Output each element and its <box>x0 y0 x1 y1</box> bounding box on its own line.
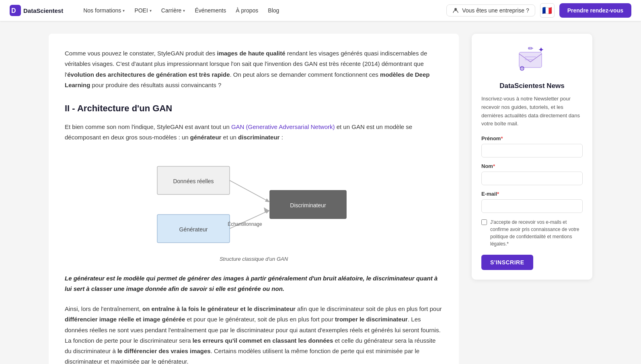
nav-blog[interactable]: Blog <box>264 5 283 16</box>
flag-icon: 🇫🇷 <box>542 6 552 15</box>
nav-poei-label: POEI <box>134 7 148 14</box>
svg-text:D: D <box>11 7 16 14</box>
chevron-down-icon: ▾ <box>150 8 152 13</box>
chevron-down-icon: ▾ <box>183 8 185 13</box>
nav-apropos[interactable]: À propos <box>232 5 262 16</box>
svg-line-9 <box>230 180 269 202</box>
logo-icon: D <box>10 5 21 16</box>
enterprise-button[interactable]: Vous êtes une entreprise ? <box>446 4 535 16</box>
nav-evenements-label: Événements <box>195 7 226 14</box>
nav-carriere[interactable]: Carrière ▾ <box>157 5 189 16</box>
enterprise-label: Vous êtes une entreprise ? <box>462 7 529 14</box>
page-container: Comme vous pouvez le constater, StyleGAN… <box>39 21 602 364</box>
consent-text: J'accepte de recevoir vos e-mails et con… <box>490 219 583 247</box>
subscribe-button[interactable]: S'INSCRIRE <box>481 255 533 270</box>
svg-rect-15 <box>525 59 533 60</box>
svg-text:Générateur: Générateur <box>179 226 208 233</box>
body2-bold1: on entraîne à la fois le générateur et l… <box>142 305 296 312</box>
diagram-svg-wrapper: Données réelles Générateur Discriminateu… <box>149 154 358 252</box>
diagram-caption: Structure classique d'un GAN <box>220 256 288 262</box>
nav-nos-formations-label: Nos formations <box>83 7 121 14</box>
nav-blog-label: Blog <box>268 7 279 14</box>
newsletter-icon: ✦ ⚙ ✏ <box>516 43 548 76</box>
enterprise-icon <box>452 7 459 14</box>
intro-paragraph: Comme vous pouvez le constater, StyleGAN… <box>65 48 443 90</box>
prenom-required: * <box>501 135 503 141</box>
intro-bold2: évolution des architectures de génératio… <box>67 71 230 78</box>
section-title: II - Architecture d'un GAN <box>65 103 443 114</box>
consent-row: J'accepte de recevoir vos e-mails et con… <box>481 219 583 247</box>
consent-checkbox[interactable] <box>481 219 487 225</box>
blockquote: Le générateur est le modèle qui permet d… <box>65 273 443 294</box>
nav-carriere-label: Carrière <box>161 7 182 14</box>
language-flag-button[interactable]: 🇫🇷 <box>540 3 555 18</box>
svg-marker-12 <box>264 207 269 213</box>
nav-apropos-label: À propos <box>236 7 258 14</box>
svg-text:✏: ✏ <box>528 45 534 52</box>
discriminateur-bold: discriminateur <box>238 134 279 141</box>
logo[interactable]: D DataScientest <box>10 5 63 16</box>
nav-nos-formations[interactable]: Nos formations ▾ <box>79 5 129 16</box>
email-required: * <box>497 191 499 197</box>
sidebar: ✦ ⚙ ✏ DataScientest News Inscrivez-vous … <box>472 34 592 364</box>
gan-link[interactable]: GAN (Generative Adversarial Network) <box>231 123 335 130</box>
nav-evenements[interactable]: Événements <box>191 5 230 16</box>
body2-bold2: différencier image réelle et image génér… <box>65 316 185 323</box>
nom-label: Nom* <box>481 163 583 169</box>
nav-poei[interactable]: POEI ▾ <box>130 5 155 16</box>
intro-bold1: images de haute qualité <box>217 50 286 57</box>
gan-diagram: Données réelles Générateur Discriminateu… <box>65 154 443 262</box>
body2-bold5: le différencier des vraies images <box>117 348 211 354</box>
navbar-nav: Nos formations ▾ POEI ▾ Carrière ▾ Événe… <box>79 5 440 16</box>
body2-bold4: les erreurs qu'il commet en classant les… <box>193 337 333 344</box>
svg-rect-14 <box>525 56 536 57</box>
svg-text:Discriminateur: Discriminateur <box>290 202 326 209</box>
newsletter-card: ✦ ⚙ ✏ DataScientest News Inscrivez-vous … <box>472 34 592 280</box>
email-label: E-mail* <box>481 191 583 197</box>
prenom-label: Prénom* <box>481 135 583 141</box>
newsletter-desc: Inscrivez-vous à notre Newsletter pour r… <box>481 95 583 128</box>
logo-text: DataScientest <box>23 7 63 14</box>
body2-bold3: tromper le discriminateur <box>335 316 408 323</box>
chevron-down-icon: ▾ <box>123 8 125 13</box>
body-paragraph-1: Et bien comme son nom l'indique, StyleGA… <box>65 122 443 143</box>
body-paragraph-2: Ainsi, lors de l'entraînement, on entraî… <box>65 304 443 364</box>
svg-text:✦: ✦ <box>538 46 544 54</box>
newsletter-title: DataScientest News <box>481 82 583 90</box>
nom-input[interactable] <box>481 172 583 185</box>
main-content: Comme vous pouvez le constater, StyleGAN… <box>49 34 459 364</box>
svg-text:Données réelles: Données réelles <box>173 178 214 184</box>
email-input[interactable] <box>481 199 583 213</box>
generateur-bold: générateur <box>190 134 222 141</box>
svg-text:Échantillonnage: Échantillonnage <box>228 221 262 227</box>
svg-point-2 <box>454 8 457 10</box>
svg-text:⚙: ⚙ <box>519 65 525 72</box>
gan-diagram-svg: Données réelles Générateur Discriminateu… <box>149 154 358 251</box>
nom-required: * <box>493 163 495 169</box>
navbar-right: Vous êtes une entreprise ? 🇫🇷 Prendre re… <box>446 3 631 18</box>
prenom-input[interactable] <box>481 144 583 157</box>
cta-button[interactable]: Prendre rendez-vous <box>559 3 631 18</box>
navbar: D DataScientest Nos formations ▾ POEI ▾ … <box>0 0 641 21</box>
